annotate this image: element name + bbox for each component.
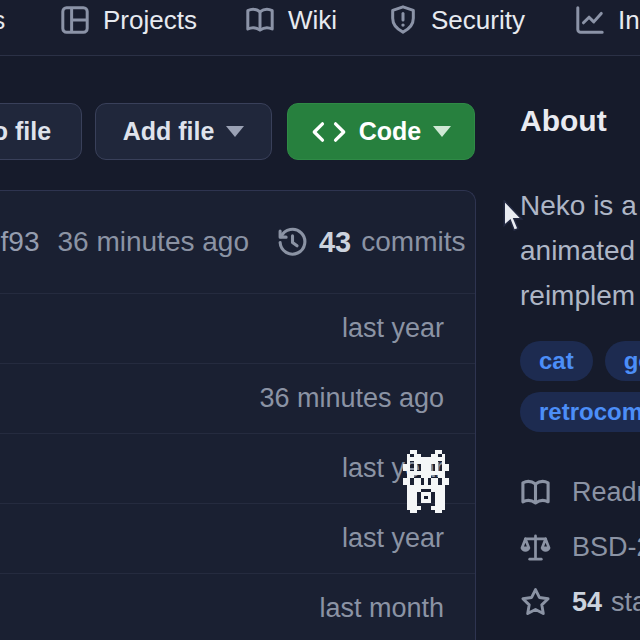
stars-link[interactable]: 54stars: [520, 586, 640, 618]
repo-meta-list: Readme BSD-2-Clause license 54stars: [520, 476, 640, 640]
go-to-file-button[interactable]: Go to file: [0, 103, 82, 160]
file-row[interactable]: last year: [0, 293, 475, 363]
repo-tab-bar: Issues Projects Wiki Security Insights: [0, 0, 640, 56]
commit-time: 36 minutes ago: [58, 226, 249, 258]
about-description: Neko is a animated reimplem: [520, 183, 640, 318]
about-description-line: animated: [520, 228, 640, 273]
stars-label: stars: [611, 587, 640, 617]
tab-label: Wiki: [288, 5, 337, 36]
tab-label: Projects: [103, 5, 197, 36]
file-row[interactable]: 36 minutes ago: [0, 363, 475, 433]
topic-tag-retrocomputing[interactable]: retrocomputing: [520, 392, 640, 432]
file-row[interactable]: last month: [0, 573, 475, 640]
code-icon: [311, 119, 347, 145]
go-to-file-label: Go to file: [0, 117, 51, 146]
shield-exclamation-icon: [388, 5, 418, 35]
tab-label: Security: [431, 5, 525, 36]
tab-wiki[interactable]: Wiki: [245, 0, 337, 40]
code-label: Code: [359, 117, 422, 146]
file-row-time: 36 minutes ago: [259, 383, 444, 414]
tab-security[interactable]: Security: [388, 0, 525, 40]
stars-count: 54: [572, 587, 602, 617]
about-description-line: reimplem: [520, 273, 640, 318]
add-file-button[interactable]: Add file: [95, 103, 272, 160]
readme-link[interactable]: Readme: [520, 476, 640, 508]
topic-tag-cat[interactable]: cat: [520, 341, 593, 381]
code-button[interactable]: Code: [287, 103, 475, 160]
history-icon: [276, 226, 309, 259]
file-row[interactable]: last year: [0, 503, 475, 573]
file-row-time: last year: [342, 523, 444, 554]
law-scales-icon: [520, 532, 551, 563]
file-list-panel: 0f93 36 minutes ago 43 commits last year…: [0, 190, 476, 640]
neko-cat-sprite: [403, 450, 449, 513]
about-description-line: Neko is a: [520, 183, 640, 228]
file-row-time: last year: [342, 313, 444, 344]
star-icon: [520, 587, 551, 618]
about-title: About: [520, 104, 607, 138]
readme-book-icon: [520, 477, 551, 508]
topic-tags: cat golang retrocomputing: [520, 341, 640, 432]
license-link[interactable]: BSD-2-Clause license: [520, 531, 640, 563]
commits-label: commits: [361, 226, 465, 258]
commit-count: 43: [319, 226, 351, 259]
table-icon: [60, 5, 90, 35]
file-row-time: last month: [319, 593, 444, 624]
graph-icon: [575, 5, 605, 35]
latest-commit-bar: 0f93 36 minutes ago 43 commits: [0, 191, 475, 293]
tab-label: Insights: [618, 5, 640, 36]
book-icon: [245, 5, 275, 35]
commit-history-link[interactable]: 43 commits: [276, 226, 466, 259]
chevron-down-icon: [433, 126, 451, 137]
topic-tag-golang[interactable]: golang: [605, 341, 640, 381]
chevron-down-icon: [226, 126, 244, 137]
add-file-label: Add file: [123, 117, 215, 146]
readme-label: Readme: [572, 477, 640, 508]
tab-insights[interactable]: Insights: [575, 0, 640, 40]
tab-projects[interactable]: Projects: [60, 0, 197, 40]
tab-issues[interactable]: Issues: [0, 0, 5, 40]
tab-label: Issues: [0, 5, 5, 36]
license-label: BSD-2-Clause license: [572, 532, 640, 563]
commit-hash-link[interactable]: 0f93: [0, 226, 40, 258]
